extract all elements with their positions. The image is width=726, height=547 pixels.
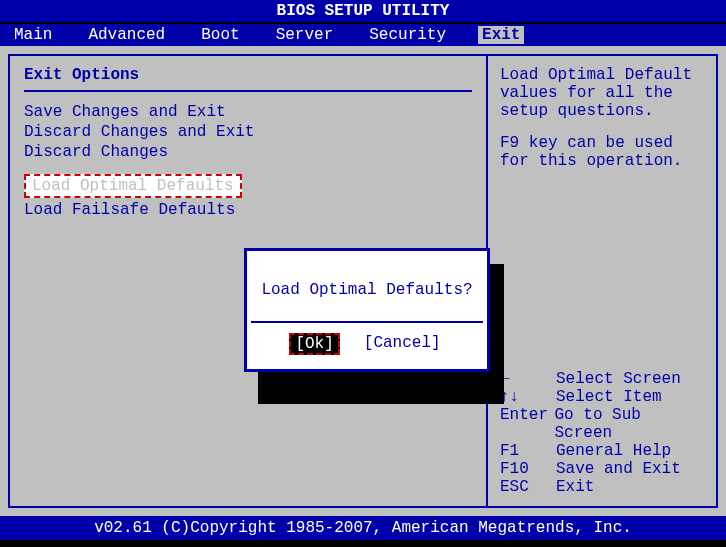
nav-label-save-exit: Save and Exit [556, 460, 681, 478]
tab-exit[interactable]: Exit [478, 26, 524, 44]
app-title: BIOS SETUP UTILITY [277, 2, 450, 20]
footer-bar: v02.61 (C)Copyright 1985-2007, American … [0, 516, 726, 540]
confirm-dialog: Load Optimal Defaults? [Ok] [Cancel] [244, 248, 490, 372]
menu-bar: Main Advanced Boot Server Security Exit [0, 24, 726, 46]
nav-key-updown: ↑↓ [500, 388, 556, 406]
tab-server[interactable]: Server [272, 26, 338, 44]
nav-key-enter: Enter [500, 406, 555, 442]
main-area: Exit Options Save Changes and Exit Disca… [0, 46, 726, 516]
title-bar: BIOS SETUP UTILITY [0, 0, 726, 24]
help-text-2: F9 key can be used for this operation. [500, 134, 704, 170]
nav-label-select-screen: Select Screen [556, 370, 681, 388]
dialog-question: Load Optimal Defaults? [251, 255, 483, 323]
cancel-button[interactable]: [Cancel] [360, 333, 445, 355]
tab-advanced[interactable]: Advanced [84, 26, 169, 44]
item-discard-changes-exit[interactable]: Discard Changes and Exit [24, 122, 472, 142]
nav-label-select-item: Select Item [556, 388, 662, 406]
nav-help: ←Select Screen ↑↓Select Item EnterGo to … [500, 370, 704, 496]
tab-main[interactable]: Main [10, 26, 56, 44]
item-discard-changes[interactable]: Discard Changes [24, 142, 472, 162]
nav-label-exit: Exit [556, 478, 594, 496]
tab-security[interactable]: Security [365, 26, 450, 44]
nav-key-left: ← [500, 370, 556, 388]
nav-label-general-help: General Help [556, 442, 671, 460]
nav-key-f10: F10 [500, 460, 556, 478]
nav-label-sub-screen: Go to Sub Screen [555, 406, 705, 442]
nav-key-esc: ESC [500, 478, 556, 496]
dialog-buttons: [Ok] [Cancel] [251, 323, 483, 365]
right-panel: Load Optimal Default values for all the … [488, 54, 718, 508]
section-divider [24, 90, 472, 92]
nav-key-f1: F1 [500, 442, 556, 460]
item-load-failsafe-defaults[interactable]: Load Failsafe Defaults [24, 200, 472, 220]
item-load-optimal-defaults[interactable]: Load Optimal Defaults [24, 174, 242, 198]
help-text-1: Load Optimal Default values for all the … [500, 66, 704, 120]
section-title: Exit Options [24, 66, 472, 84]
tab-boot[interactable]: Boot [197, 26, 243, 44]
item-save-changes-exit[interactable]: Save Changes and Exit [24, 102, 472, 122]
copyright-text: v02.61 (C)Copyright 1985-2007, American … [94, 519, 632, 537]
ok-button[interactable]: [Ok] [289, 333, 339, 355]
